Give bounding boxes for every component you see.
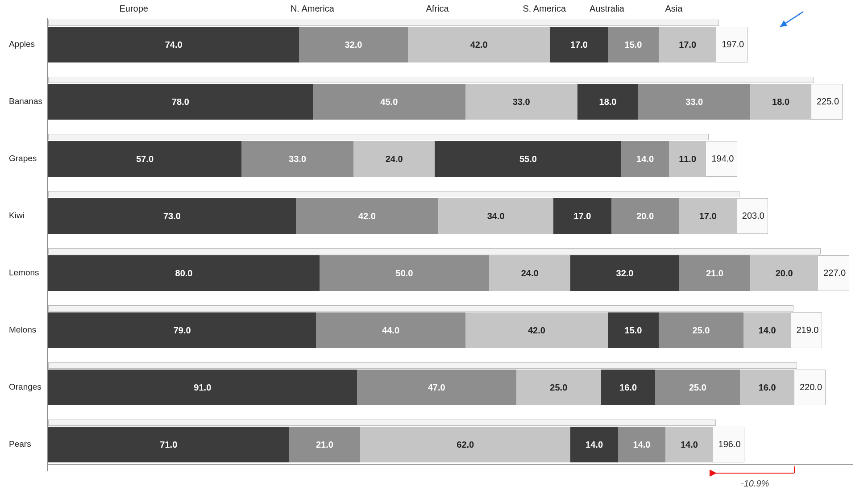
bar-segment: 44.0 <box>316 312 465 348</box>
total-label: 203.0 <box>742 211 764 221</box>
ghost-bar <box>48 305 793 312</box>
bar-segment: 21.0 <box>679 255 751 291</box>
bar-segment: 73.0 <box>48 198 296 234</box>
total-label: 194.0 <box>711 154 734 164</box>
total-label: 196.0 <box>718 439 741 449</box>
total-label: 227.0 <box>823 268 846 278</box>
total-label: 225.0 <box>817 96 839 107</box>
bar-segment: 25.0 <box>655 370 740 405</box>
ghost-bar <box>48 420 716 426</box>
bar-segment: 20.0 <box>611 198 679 234</box>
bar-segment: 17.0 <box>679 198 737 234</box>
svg-line-0 <box>780 12 803 27</box>
bar-segment: 33.0 <box>465 84 577 120</box>
category-label: Oranges <box>9 382 42 392</box>
blue-arrow-icon <box>777 9 808 31</box>
bar-segment: 62.0 <box>360 427 570 462</box>
bar-segment: 14.0 <box>743 312 791 348</box>
bar-segment: 15.0 <box>608 27 659 62</box>
series-header: Australia <box>590 4 624 14</box>
ghost-bar <box>48 134 709 140</box>
series-header: N. America <box>291 4 334 14</box>
bar-segment: 71.0 <box>48 427 289 462</box>
bar-segment: 21.0 <box>289 427 361 462</box>
category-label: Bananas <box>9 96 42 106</box>
bar-segment: 17.0 <box>553 198 611 234</box>
series-header: S. America <box>523 4 566 14</box>
bar-segment: 20.0 <box>750 255 818 291</box>
bar-segment: 55.0 <box>435 141 621 177</box>
bar-segment: 24.0 <box>489 255 570 291</box>
pct-annotation: -10.9% <box>741 478 769 489</box>
category-label: Kiwi <box>9 211 25 220</box>
bar-segment: 11.0 <box>669 141 706 177</box>
bar-segment: 14.0 <box>665 427 713 462</box>
ghost-bar <box>48 362 797 369</box>
bar-segment: 17.0 <box>659 27 716 62</box>
category-label: Lemons <box>9 268 39 278</box>
category-label: Pears <box>9 439 31 449</box>
bar-segment: 18.0 <box>577 84 639 120</box>
bar-segment: 25.0 <box>659 312 743 348</box>
series-header: Europe <box>120 4 149 14</box>
bar-segment: 14.0 <box>621 141 669 177</box>
bar-segment: 17.0 <box>550 27 608 62</box>
bar-segment: 42.0 <box>296 198 438 234</box>
bar-segment: 57.0 <box>48 141 241 177</box>
total-label: 220.0 <box>800 382 822 392</box>
bar-segment: 47.0 <box>357 370 516 405</box>
ghost-bar <box>48 248 821 254</box>
bar-segment: 78.0 <box>48 84 313 120</box>
bar-segment: 42.0 <box>408 27 550 62</box>
bar-segment: 33.0 <box>638 84 750 120</box>
y-axis <box>47 18 48 471</box>
bar-segment: 15.0 <box>608 312 659 348</box>
bar-segment: 32.0 <box>299 27 407 62</box>
ghost-bar <box>48 191 739 197</box>
bar-segment: 33.0 <box>241 141 353 177</box>
series-header: Asia <box>665 4 683 14</box>
bar-segment: 50.0 <box>320 255 489 291</box>
red-arrow-icon <box>703 466 801 480</box>
bar-segment: 34.0 <box>438 198 553 234</box>
total-label: 197.0 <box>722 39 744 50</box>
bar-segment: 18.0 <box>750 84 811 120</box>
bar-segment: 91.0 <box>48 370 357 405</box>
bar-segment: 24.0 <box>353 141 435 177</box>
bar-segment: 74.0 <box>48 27 299 62</box>
category-label: Apples <box>9 39 35 49</box>
ghost-bar <box>48 20 719 26</box>
bar-segment: 45.0 <box>313 84 465 120</box>
x-axis <box>47 464 853 465</box>
bar-segment: 25.0 <box>516 370 601 405</box>
bar-segment: 42.0 <box>465 312 608 348</box>
ghost-bar <box>48 77 814 83</box>
bar-segment: 79.0 <box>48 312 316 348</box>
category-label: Melons <box>9 325 36 335</box>
bar-segment: 80.0 <box>48 255 320 291</box>
bar-segment: 14.0 <box>570 427 618 462</box>
series-header: Africa <box>426 4 449 14</box>
bar-segment: 16.0 <box>740 370 794 405</box>
bar-segment: 32.0 <box>570 255 679 291</box>
category-label: Grapes <box>9 154 37 163</box>
bar-segment: 14.0 <box>618 427 665 462</box>
bar-segment: 16.0 <box>601 370 656 405</box>
total-label: 219.0 <box>796 325 818 335</box>
